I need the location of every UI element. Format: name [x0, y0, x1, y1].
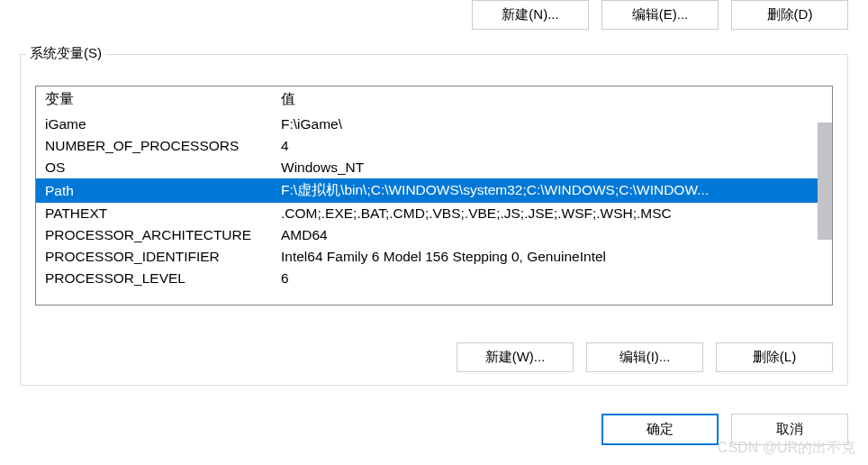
user-edit-button[interactable]: 编辑(E)... [601, 0, 719, 30]
sys-edit-button[interactable]: 编辑(I)... [586, 342, 703, 372]
cell-var-value: F:\虚拟机\bin\;C:\WINDOWS\system32;C:\WINDO… [272, 178, 832, 203]
cancel-button[interactable]: 取消 [731, 414, 848, 445]
user-vars-button-row: 新建(N)... 编辑(E)... 删除(D) [472, 0, 848, 30]
dialog-button-row: 确定 取消 [601, 414, 848, 445]
user-new-button[interactable]: 新建(N)... [472, 0, 589, 30]
cell-var-value: F:\iGame\ [272, 114, 832, 135]
table-row[interactable]: PathF:\虚拟机\bin\;C:\WINDOWS\system32;C:\W… [36, 178, 832, 203]
cell-var-value: AMD64 [272, 224, 832, 246]
system-vars-button-row: 新建(W)... 编辑(I)... 删除(L) [457, 342, 833, 372]
cell-var-name: PROCESSOR_LEVEL [36, 268, 272, 289]
sys-new-button[interactable]: 新建(W)... [457, 342, 574, 372]
table-row[interactable]: NUMBER_OF_PROCESSORS4 [36, 135, 832, 157]
cell-var-value: 6 [272, 268, 832, 289]
cell-var-value: .COM;.EXE;.BAT;.CMD;.VBS;.VBE;.JS;.JSE;.… [272, 203, 832, 224]
cell-var-value: Intel64 Family 6 Model 156 Stepping 0, G… [272, 246, 832, 268]
system-vars-group-label: 系统变量(S) [26, 45, 105, 62]
cell-var-value: Windows_NT [272, 157, 832, 178]
vertical-scrollbar[interactable] [818, 123, 833, 240]
table-row[interactable]: OSWindows_NT [36, 157, 832, 178]
cell-var-name: PROCESSOR_ARCHITECTURE [36, 224, 272, 246]
cell-var-name: OS [36, 157, 272, 178]
sys-delete-button[interactable]: 删除(L) [716, 342, 833, 372]
user-delete-button[interactable]: 删除(D) [731, 0, 848, 30]
table-row[interactable]: PROCESSOR_LEVEL6 [36, 268, 832, 289]
system-vars-group: 系统变量(S) 变量 值 iGameF:\iGame\NUMBER_OF_PRO… [20, 54, 848, 386]
cell-var-name: Path [36, 178, 272, 203]
cell-var-name: PATHEXT [36, 203, 272, 224]
table-row[interactable]: PROCESSOR_IDENTIFIERIntel64 Family 6 Mod… [36, 246, 832, 268]
cell-var-name: NUMBER_OF_PROCESSORS [36, 135, 272, 157]
system-vars-list[interactable]: 变量 值 iGameF:\iGame\NUMBER_OF_PROCESSORS4… [35, 86, 833, 305]
cell-var-name: PROCESSOR_IDENTIFIER [36, 246, 272, 268]
ok-button[interactable]: 确定 [601, 414, 719, 445]
col-header-name[interactable]: 变量 [36, 87, 272, 114]
col-header-value[interactable]: 值 [272, 87, 832, 114]
table-row[interactable]: iGameF:\iGame\ [36, 114, 832, 135]
env-vars-dialog: 新建(N)... 编辑(E)... 删除(D) 系统变量(S) 变量 值 iGa… [0, 0, 868, 465]
table-header-row[interactable]: 变量 值 [36, 87, 832, 114]
cell-var-name: iGame [36, 114, 272, 135]
table-row[interactable]: PATHEXT.COM;.EXE;.BAT;.CMD;.VBS;.VBE;.JS… [36, 203, 832, 224]
table-row[interactable]: PROCESSOR_ARCHITECTUREAMD64 [36, 224, 832, 246]
system-vars-table: 变量 值 iGameF:\iGame\NUMBER_OF_PROCESSORS4… [36, 87, 832, 289]
cell-var-value: 4 [272, 135, 832, 157]
